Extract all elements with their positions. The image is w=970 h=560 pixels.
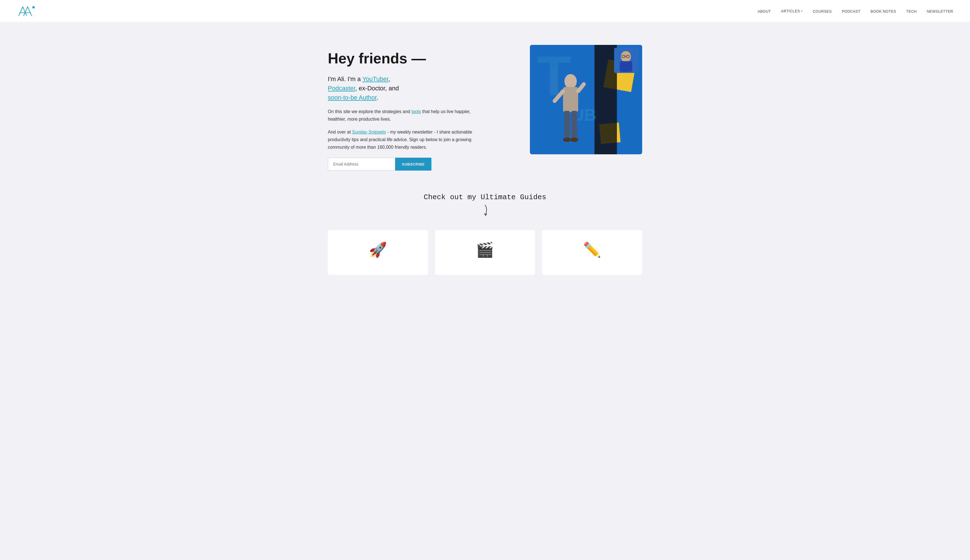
hero-body-2: And over at Sunday Snippets - my weekly … (328, 128, 474, 151)
podcaster-link[interactable]: Podcaster (328, 85, 355, 92)
svg-line-1 (23, 7, 27, 16)
hero-image: T UB (530, 45, 642, 154)
svg-rect-19 (571, 111, 577, 139)
nav-item-courses[interactable]: COURSES (813, 9, 832, 14)
card-3[interactable]: ✏️ (542, 230, 642, 275)
hero-body-1: On this site we explore the strategies a… (328, 108, 474, 123)
card-2[interactable]: 🎬 (435, 230, 535, 275)
svg-rect-26 (620, 61, 632, 72)
hero-intro: I'm Ali. I'm a YouTuber, Podcaster, ex-D… (328, 74, 474, 102)
card-3-icon: ✏️ (583, 241, 601, 258)
snippets-link[interactable]: Sunday Snippets (352, 130, 386, 134)
card-2-icon: 🎬 (476, 241, 494, 258)
page-content: Hey friends — I'm Ali. I'm a YouTuber, P… (317, 22, 653, 292)
hero-image-box: T UB (530, 45, 642, 154)
nav-item-articles[interactable]: ARTICLES ▾ (781, 9, 803, 13)
guides-section: Check out my Ultimate Guides (328, 193, 642, 219)
hero-illustration: T UB (530, 45, 642, 154)
hero-text: Hey friends — I'm Ali. I'm a YouTuber, P… (328, 45, 474, 171)
nav-item-newsletter[interactable]: NEWSLETTER (927, 9, 953, 14)
nav-links: ABOUT ARTICLES ▾ COURSES PODCAST BOOK NO… (758, 9, 953, 14)
nav-link-podcast[interactable]: PODCAST (842, 9, 860, 13)
hero-title: Hey friends — (328, 50, 474, 67)
logo[interactable] (17, 3, 37, 20)
nav-link-courses[interactable]: COURSES (813, 9, 832, 13)
logo-icon (17, 3, 37, 20)
nav-link-articles[interactable]: ARTICLES ▾ (781, 9, 803, 13)
nav-item-about[interactable]: ABOUT (758, 9, 771, 14)
svg-point-21 (570, 137, 578, 142)
chevron-down-icon: ▾ (801, 10, 803, 13)
cards-row: 🚀 🎬 ✏️ (328, 230, 642, 275)
main-nav: ABOUT ARTICLES ▾ COURSES PODCAST BOOK NO… (0, 0, 970, 22)
svg-line-3 (24, 7, 28, 16)
tools-link[interactable]: tools (411, 109, 421, 114)
hero-section: Hey friends — I'm Ali. I'm a YouTuber, P… (328, 45, 642, 171)
svg-rect-13 (594, 45, 617, 154)
email-input[interactable] (328, 158, 395, 171)
subscribe-button[interactable]: SUBSCRIBE (395, 158, 431, 171)
nav-item-podcast[interactable]: PODCAST (842, 9, 860, 14)
nav-link-about[interactable]: ABOUT (758, 9, 771, 13)
subscribe-form: SUBSCRIBE (328, 158, 474, 171)
youtuber-link[interactable]: YouTuber (362, 75, 389, 82)
nav-link-book-notes[interactable]: BOOK NOTES (871, 9, 896, 13)
card-1[interactable]: 🚀 (328, 230, 428, 275)
svg-line-4 (28, 7, 32, 16)
nav-item-tech[interactable]: TECH (906, 9, 917, 14)
svg-point-16 (564, 74, 577, 89)
author-link[interactable]: soon-to-be Author (328, 94, 377, 101)
card-1-icon: 🚀 (369, 241, 387, 258)
nav-link-newsletter[interactable]: NEWSLETTER (927, 9, 953, 13)
svg-line-0 (19, 7, 23, 16)
svg-rect-18 (564, 111, 570, 139)
svg-point-20 (563, 137, 571, 142)
arrow-down-icon (477, 204, 493, 218)
nav-item-book-notes[interactable]: BOOK NOTES (871, 9, 896, 14)
svg-rect-17 (563, 87, 578, 112)
guides-title: Check out my Ultimate Guides (328, 193, 642, 202)
nav-link-tech[interactable]: TECH (906, 9, 917, 13)
